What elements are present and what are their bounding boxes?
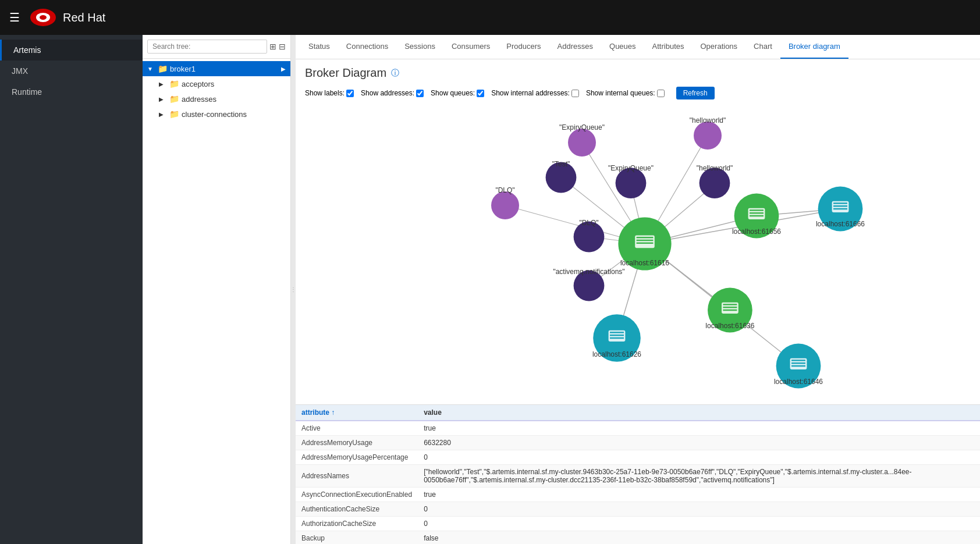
tree-expand-icon[interactable]: ⊞ (269, 42, 276, 51)
cell-value: true (418, 488, 980, 502)
broker-diagram-svg: "ExpiryQueue" "helloworld" "Test" "Expir… (296, 104, 980, 404)
show-addresses-checkbox[interactable] (416, 90, 424, 97)
tree-node-acceptors[interactable]: ▶ 📁 acceptors (143, 76, 290, 91)
svg-point-2 (40, 15, 47, 20)
svg-text:"ExpiryQueue": "ExpiryQueue" (559, 123, 605, 131)
tree-resizer[interactable]: ⋮ (291, 35, 296, 544)
tree-arrow-cluster: ▶ (159, 111, 167, 118)
table-row: AddressMemoryUsagePercentage0 (296, 450, 980, 465)
show-labels-checkbox[interactable] (346, 90, 354, 97)
diagram-container: Broker Diagram ⓘ Show labels: Show addre… (296, 59, 980, 544)
table-row: AddressMemoryUsage6632280 (296, 436, 980, 450)
svg-point-23 (616, 168, 647, 198)
show-internal-addresses-checkbox[interactable] (571, 90, 579, 97)
svg-rect-60 (610, 335, 624, 336)
tree-label-acceptors: acceptors (182, 80, 214, 88)
tab-chart[interactable]: Chart (745, 35, 780, 59)
tab-bar: Status Connections Sessions Consumers Pr… (296, 35, 980, 59)
sidebar: Artemis JMX Runtime (0, 35, 143, 544)
svg-point-25 (700, 168, 730, 198)
tab-sessions[interactable]: Sessions (396, 35, 443, 59)
brand-logo: Red Hat (29, 7, 105, 28)
tab-broker-diagram[interactable]: Broker diagram (780, 35, 848, 59)
brand-name: Red Hat (63, 11, 105, 24)
tree-arrow-addresses: ▶ (159, 96, 167, 102)
col-value[interactable]: value (418, 405, 980, 421)
svg-text:localhost:61626: localhost:61626 (592, 350, 641, 358)
tree-collapse-icon[interactable]: ⊟ (279, 42, 286, 51)
sidebar-item-jmx[interactable]: JMX (0, 61, 143, 81)
svg-rect-48 (833, 205, 847, 207)
show-internal-queues-checkbox[interactable] (657, 90, 665, 97)
diagram-title: Broker Diagram (305, 66, 386, 80)
svg-rect-61 (610, 337, 624, 339)
sidebar-item-runtime[interactable]: Runtime (0, 81, 143, 102)
tab-queues[interactable]: Queues (601, 35, 644, 59)
tab-consumers[interactable]: Consumers (443, 35, 498, 59)
svg-text:localhost:61666: localhost:61666 (816, 220, 865, 228)
cell-attribute: AddressMemoryUsage (296, 436, 418, 450)
svg-rect-49 (833, 208, 847, 209)
table-row: Activetrue (296, 421, 980, 436)
hamburger-menu[interactable]: ☰ (9, 10, 20, 24)
cell-attribute: AsyncConnectionExecutionEnabled (296, 488, 418, 502)
show-queues-checkbox[interactable] (477, 90, 484, 97)
cell-value: 0 (418, 502, 980, 517)
svg-text:localhost:61616: localhost:61616 (620, 259, 669, 267)
tree-label-broker1: broker1 (170, 65, 196, 73)
svg-rect-66 (791, 362, 805, 364)
svg-rect-55 (723, 310, 737, 311)
cell-value: 0 (418, 450, 980, 465)
cell-value: 6632280 (418, 436, 980, 450)
svg-rect-42 (750, 212, 764, 214)
svg-rect-54 (723, 307, 737, 308)
svg-text:"helloworld": "helloworld" (690, 116, 726, 125)
folder-icon-acceptors: 📁 (169, 79, 179, 88)
tab-producers[interactable]: Producers (498, 35, 549, 59)
svg-point-17 (568, 129, 596, 157)
folder-icon-cluster: 📁 (169, 109, 179, 119)
svg-text:"DLQ": "DLQ" (495, 186, 514, 194)
cell-attribute: AuthorizationCacheSize (296, 517, 418, 531)
svg-rect-67 (791, 365, 805, 367)
show-internal-addresses-label: Show internal addresses: (491, 89, 579, 97)
attributes-table: attribute ↑ value ActivetrueAddressMemor… (296, 404, 980, 544)
tree-node-cluster-connections[interactable]: ▶ 📁 cluster-connections (143, 106, 290, 122)
sidebar-item-artemis[interactable]: Artemis (0, 40, 143, 61)
folder-icon-broker1: 📁 (158, 64, 168, 73)
svg-rect-36 (637, 240, 654, 241)
tab-attributes[interactable]: Attributes (644, 35, 693, 59)
table-row: AsyncConnectionExecutionEnabledtrue (296, 488, 980, 502)
cell-attribute: AddressNames (296, 465, 418, 488)
svg-rect-37 (637, 243, 654, 244)
tree-label-cluster: cluster-connections (182, 110, 247, 119)
svg-rect-41 (750, 209, 764, 211)
svg-rect-35 (637, 237, 654, 238)
cell-attribute: AuthenticationCacheSize (296, 502, 418, 517)
show-internal-queues-label: Show internal queues: (586, 89, 665, 97)
diagram-help-icon[interactable]: ⓘ (391, 68, 399, 79)
search-input[interactable] (147, 40, 267, 54)
tree-search-icons: ⊞ ⊟ (269, 42, 286, 51)
tree-content: ▼ 📁 broker1 ▶ ▶ 📁 acceptors ▶ 📁 addresse… (143, 59, 290, 544)
svg-text:"helloworld": "helloworld" (697, 164, 733, 172)
show-labels-label: Show labels: (305, 89, 354, 97)
tab-connections[interactable]: Connections (338, 35, 396, 59)
refresh-button[interactable]: Refresh (676, 87, 715, 99)
tab-operations[interactable]: Operations (693, 35, 746, 59)
svg-rect-53 (723, 304, 737, 305)
tree-node-addresses[interactable]: ▶ 📁 addresses (143, 91, 290, 106)
diagram-header: Broker Diagram ⓘ (296, 59, 980, 84)
table-row: AddressNames["helloworld","Test","$.arte… (296, 465, 980, 488)
table-row: Backupfalse (296, 531, 980, 545)
svg-text:"Test": "Test" (552, 160, 570, 168)
cell-attribute: Backup (296, 531, 418, 545)
svg-rect-59 (610, 332, 624, 333)
table-row: AuthenticationCacheSize0 (296, 502, 980, 517)
tab-status[interactable]: Status (300, 35, 338, 59)
main-layout: Artemis JMX Runtime ⊞ ⊟ ▼ 📁 broker1 ▶ (0, 35, 980, 544)
col-attribute[interactable]: attribute ↑ (296, 405, 418, 421)
tree-node-broker1[interactable]: ▼ 📁 broker1 ▶ (143, 61, 290, 76)
tab-addresses[interactable]: Addresses (549, 35, 601, 59)
main-content: Status Connections Sessions Consumers Pr… (296, 35, 980, 544)
